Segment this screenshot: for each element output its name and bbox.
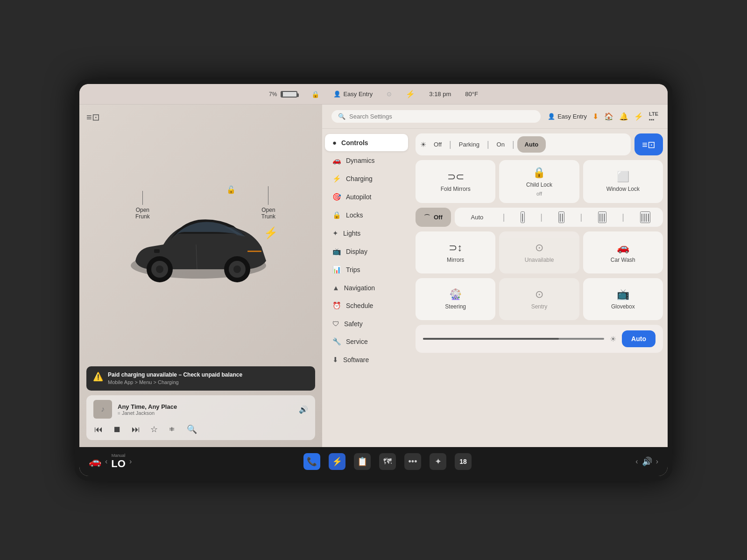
mirrors-adjust-button[interactable]: ⊃↕ Mirrors [416,231,495,273]
svg-point-6 [233,266,241,273]
music-player: ♪ Any Time, Any Place ≡ Janet Jackson 🔊 [86,395,315,440]
beam-icon: ≡⊡ [642,139,655,150]
car-wash-icon: 🚗 [617,242,629,254]
download-icon-header[interactable]: ⬇ [592,112,599,121]
headlights-beam-button[interactable]: ≡⊡ [634,133,663,155]
taskbar-chevron-left[interactable]: ‹ [105,457,107,466]
screen-inner: 7% 🔒 👤 Easy Entry ⊙ ⚡ 3:18 pm 80°F ≡⊡ [79,84,668,476]
charging-label: Charging [346,175,373,182]
mirrors-label: Mirrors [447,257,464,263]
glovebox-button[interactable]: 📺 Glovebox [583,278,663,320]
music-title: Any Time, Any Place [118,403,293,410]
date-app-icon[interactable]: 18 [455,453,472,470]
safety-label: Safety [344,320,363,328]
stop-button[interactable]: ⏹ [112,424,122,435]
bell-icon-header[interactable]: 🔔 [619,112,628,121]
volume-icon[interactable]: 🔊 [642,456,652,467]
calendar-app-icon[interactable]: 📋 [354,453,371,470]
search-input-container[interactable]: 🔍 [331,110,541,123]
temp-manual-label: Manual [112,453,126,458]
temp-value-label: LO [111,458,126,470]
nav-item-display[interactable]: 📺 Display [325,243,408,260]
search-music-button[interactable]: 🔍 [186,423,198,435]
screen-frame: 7% 🔒 👤 Easy Entry ⊙ ⚡ 3:18 pm 80°F ≡⊡ [75,79,672,481]
volume-display: 🔊 [642,456,652,467]
phone-app-icon[interactable]: 📞 [303,453,320,470]
car-svg [126,200,275,284]
svg-rect-8 [154,249,160,253]
bluetooth-app-icon[interactable]: ⚡ [329,453,345,470]
prev-track-button[interactable]: ⏮ [93,424,104,435]
car-wash-button[interactable]: 🚗 Car Wash [583,231,663,273]
nav-item-dynamics[interactable]: 🚗 Dynamics [325,152,408,169]
steering-button[interactable]: 🎡 Steering [416,278,495,320]
nav-item-software[interactable]: ⬇ Software [325,351,408,369]
easy-entry-header-label: Easy Entry [557,113,587,120]
locks-label: Locks [346,211,363,219]
nav-item-lights[interactable]: ✦ Lights [325,224,408,242]
date-label: 18 [459,458,467,465]
navigation-icon: ▲ [332,284,339,292]
screen-brightness-auto-button[interactable]: Auto [622,330,655,347]
nav-item-locks[interactable]: 🔒 Locks [325,206,408,224]
more-app-icon[interactable]: ••• [404,453,421,470]
home-icon-header[interactable]: 🏠 [604,112,613,121]
nav-item-service[interactable]: 🔧 Service [325,333,408,350]
wiper-speed-1-button[interactable]: | [521,211,525,223]
nav-item-schedule[interactable]: ⏰ Schedule [325,297,408,315]
bluetooth-icon-header[interactable]: ⚡ [634,112,643,121]
lights-auto-button[interactable]: Auto [517,136,546,153]
left-panel: ≡⊡ Open Frunk OpenTrunk [79,105,322,447]
wiper-speed-2-button[interactable]: || [558,211,564,223]
brightness-off-button[interactable]: Off [429,138,446,151]
wiper-auto-button[interactable]: Auto [467,212,487,223]
brightness-slider[interactable] [423,338,604,340]
battery-fill [282,92,282,97]
nav-item-autopilot[interactable]: 🎯 Autopilot [325,188,408,206]
fan-app-icon[interactable]: ✦ [430,453,446,470]
nav-item-charging[interactable]: ⚡ Charging [325,170,408,188]
service-icon: 🔧 [332,337,341,346]
window-lock-button[interactable]: ⬜ Window Lock [583,160,663,203]
music-note-icon: ♪ [101,405,105,413]
unavailable-label: Unavailable [525,257,554,263]
taskbar-vol-right[interactable]: › [656,457,658,466]
wiper-speed-4-button[interactable]: |||| [640,211,651,223]
music-thumbnail: ♪ [93,400,112,419]
taskbar-vol-left[interactable]: ‹ [635,457,638,466]
lock-icon-car: 🔓 [226,185,236,194]
divider1: ⊙ [387,91,392,98]
glovebox-label: Glovebox [611,303,635,310]
nav-item-controls[interactable]: ● Controls [325,134,408,151]
wiper-speed-3-button[interactable]: ||| [598,211,606,223]
search-bar: 🔍 👤 Easy Entry ⬇ 🏠 🔔 ⚡ LTE▪▪▪ [322,105,668,129]
locks-icon: 🔒 [332,211,341,219]
temp-status: 80°F [465,91,478,98]
nav-item-trips[interactable]: 📊 Trips [325,261,408,279]
fold-mirrors-icon: ⊃⊂ [447,171,464,183]
glovebox-icon: 📺 [617,288,629,301]
music-volume-icon[interactable]: 🔊 [299,405,308,414]
dynamics-icon: 🚗 [332,156,341,165]
next-track-button[interactable]: ⏭ [131,424,141,435]
lights-label: Lights [343,230,360,237]
favorite-button[interactable]: ☆ [149,423,159,435]
nav-item-safety[interactable]: 🛡 Safety [325,315,408,332]
wiper-off-button[interactable]: ⌒ Off [416,208,451,227]
nav-item-navigation[interactable]: ▲ Navigation [325,279,408,296]
autopilot-label: Autopilot [346,193,371,201]
child-lock-button[interactable]: 🔒 Child Lock off [499,160,579,203]
sentry-button[interactable]: ⊙ Sentry [499,278,579,320]
svg-rect-9 [247,251,261,252]
equalizer-button[interactable]: ⧧ [167,424,177,435]
music-info: ♪ Any Time, Any Place ≡ Janet Jackson 🔊 [93,400,308,419]
sun-icon-slider: ☀ [610,335,616,343]
taskbar-car-icon[interactable]: 🚗 [89,455,101,468]
fold-mirrors-button[interactable]: ⊃⊂ Fold Mirrors [416,160,495,203]
taskbar-chevron-right-temp[interactable]: › [129,457,132,466]
parking-lights-button[interactable]: Parking [454,138,484,151]
maps-app-icon[interactable]: 🗺 [379,453,396,470]
lights-on-button[interactable]: On [492,138,509,151]
wiper-speed-group: Auto | | | || | ||| | |||| [455,208,663,227]
search-input[interactable] [349,113,534,120]
